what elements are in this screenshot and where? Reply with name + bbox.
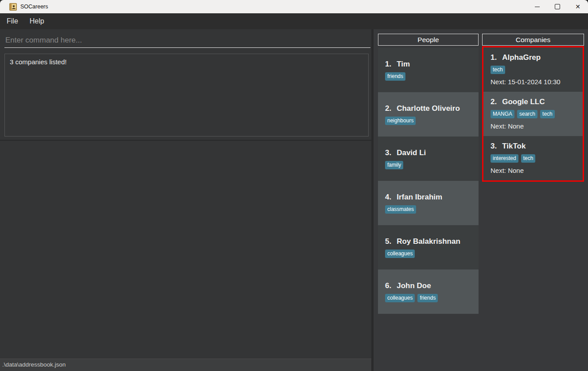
card-title: 5.Roy Balakrishnan	[385, 237, 479, 246]
card-index: 4.	[385, 193, 391, 202]
people-panel-header: People	[378, 34, 479, 46]
card-title: 2.Google LLC	[491, 98, 583, 106]
next-interview-label: Next: None	[491, 122, 583, 130]
close-button[interactable]: ✕	[568, 0, 588, 13]
tag-badge: classmates	[385, 205, 416, 214]
list-item[interactable]: 5.Roy Balakrishnan colleagues	[378, 225, 479, 269]
menu-bar: File Help	[0, 13, 588, 29]
menu-item-file[interactable]: File	[1, 13, 24, 29]
status-bar: .\data\addressbook.json	[0, 359, 371, 371]
tag-badge: MANGA	[491, 110, 514, 118]
tag-row: family	[385, 161, 479, 169]
card-name: TikTok	[502, 142, 526, 150]
tag-badge: neighbours	[385, 117, 416, 125]
lists-pane: People 1.Tim friends 2.Charlotte Oliveir…	[374, 29, 588, 371]
tag-badge: colleagues	[385, 294, 415, 302]
tag-badge: tech	[540, 110, 555, 118]
card-title: 1.AlphaGrep	[491, 53, 583, 62]
card-name: AlphaGrep	[502, 53, 541, 62]
result-message: 3 companies listed!	[10, 58, 66, 66]
maximize-button[interactable]	[547, 0, 568, 13]
result-display[interactable]: 3 companies listed!	[4, 54, 369, 137]
list-item[interactable]: 1.AlphaGrep tech Next: 15-01-2024 10:30	[483, 47, 583, 92]
minimize-button[interactable]	[527, 0, 547, 13]
tag-badge: interested	[491, 154, 518, 163]
tag-badge: search	[517, 110, 537, 118]
card-index: 5.	[385, 237, 391, 246]
card-index: 3.	[385, 148, 391, 157]
card-title: 3.David Li	[385, 148, 479, 157]
window-title: SOCareers	[20, 4, 48, 10]
title-bar: SOCareers ✕	[0, 0, 588, 13]
card-name: David Li	[397, 148, 426, 157]
card-index: 1.	[385, 60, 391, 69]
list-item[interactable]: 3.TikTok interestedtech Next: None	[483, 136, 583, 180]
card-index: 1.	[491, 53, 497, 62]
card-title: 4.Irfan Ibrahim	[385, 193, 479, 202]
list-item[interactable]: 4.Irfan Ibrahim classmates	[378, 181, 479, 225]
companies-panel-header: Companies	[482, 34, 584, 46]
tag-badge: friends	[417, 294, 438, 302]
tag-row: colleagues	[385, 250, 479, 258]
card-title: 3.TikTok	[491, 142, 583, 151]
tag-badge: colleagues	[385, 250, 415, 258]
left-pane: 3 companies listed! .\data\addressbook.j…	[0, 29, 371, 371]
addressbook-app-icon	[9, 3, 17, 11]
companies-panel: Companies 1.AlphaGrep tech Next: 15-01-2…	[482, 34, 584, 182]
card-index: 2.	[491, 98, 497, 106]
tag-row: classmates	[385, 205, 479, 214]
list-item[interactable]: 6.John Doe colleaguesfriends	[378, 269, 479, 314]
main-content: 3 companies listed! .\data\addressbook.j…	[0, 29, 588, 371]
card-title: 6.John Doe	[385, 281, 479, 290]
left-pane-empty-area	[0, 141, 371, 359]
card-name: Charlotte Oliveiro	[397, 104, 460, 113]
card-index: 3.	[491, 142, 497, 151]
people-list: 1.Tim friends 2.Charlotte Oliveiro neigh…	[378, 48, 479, 314]
tag-badge: tech	[491, 66, 505, 74]
data-file-path: .\data\addressbook.json	[2, 361, 66, 368]
people-panel: People 1.Tim friends 2.Charlotte Oliveir…	[378, 34, 479, 314]
maximize-icon	[555, 4, 560, 9]
next-interview-label: Next: 15-01-2024 10:30	[491, 78, 583, 86]
tag-badge: family	[385, 161, 403, 169]
tag-row: colleaguesfriends	[385, 294, 479, 302]
card-name: Google LLC	[502, 98, 545, 106]
card-name: John Doe	[397, 281, 431, 290]
command-input[interactable]	[4, 33, 370, 48]
list-item[interactable]: 2.Google LLC MANGAsearchtech Next: None	[483, 92, 583, 136]
card-title: 1.Tim	[385, 60, 479, 69]
tag-row: neighbours	[385, 117, 479, 125]
command-area	[0, 29, 371, 48]
card-name: Tim	[397, 60, 410, 68]
card-name: Roy Balakrishnan	[397, 237, 460, 246]
window-controls: ✕	[527, 0, 588, 13]
list-item[interactable]: 1.Tim friends	[378, 48, 479, 92]
next-interview-label: Next: None	[491, 167, 583, 174]
list-item[interactable]: 3.David Li family	[378, 137, 479, 181]
close-icon: ✕	[575, 4, 580, 10]
tag-row: interestedtech	[491, 154, 583, 163]
card-title: 2.Charlotte Oliveiro	[385, 104, 479, 113]
card-index: 6.	[385, 281, 391, 290]
card-index: 2.	[385, 104, 391, 113]
tag-row: tech	[491, 66, 583, 74]
tag-row: MANGAsearchtech	[491, 110, 583, 118]
app-window: SOCareers ✕ File Help 3 companies listed…	[0, 0, 588, 371]
minimize-icon	[535, 7, 540, 7]
tag-badge: friends	[385, 72, 405, 81]
menu-item-help[interactable]: Help	[24, 13, 50, 29]
tag-row: friends	[385, 72, 479, 81]
tag-badge: tech	[521, 154, 536, 163]
list-item[interactable]: 2.Charlotte Oliveiro neighbours	[378, 92, 479, 137]
card-name: Irfan Ibrahim	[397, 193, 442, 201]
companies-list-highlighted: 1.AlphaGrep tech Next: 15-01-2024 10:30 …	[482, 46, 584, 182]
